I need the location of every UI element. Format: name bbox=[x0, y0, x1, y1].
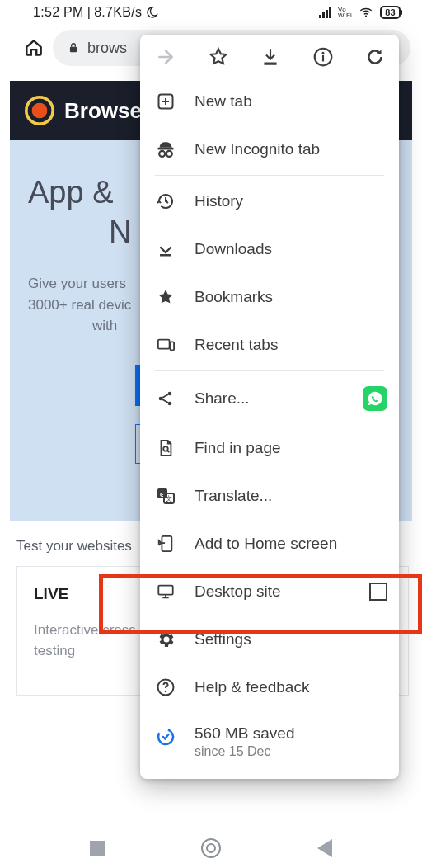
menu-incognito[interactable]: New Incognito tab bbox=[140, 125, 399, 173]
svg-point-16 bbox=[163, 446, 168, 451]
system-nav-bar bbox=[0, 838, 422, 858]
svg-rect-2 bbox=[264, 63, 276, 65]
status-right: VoWiFi 83 bbox=[319, 5, 401, 20]
bookmark-star-icon[interactable] bbox=[208, 46, 229, 68]
menu-share[interactable]: Share... bbox=[140, 373, 399, 424]
menu-label: Desktop site bbox=[195, 583, 351, 601]
help-icon bbox=[155, 677, 176, 698]
menu-label: Add to Home screen bbox=[195, 535, 337, 553]
vowifi-icon: VoWiFi bbox=[338, 7, 352, 18]
whatsapp-icon[interactable] bbox=[363, 386, 387, 411]
menu-data-saved[interactable]: 560 MB saved since 15 Dec bbox=[140, 711, 399, 772]
svg-rect-22 bbox=[158, 586, 172, 595]
svg-point-4 bbox=[321, 52, 324, 54]
svg-point-24 bbox=[165, 691, 166, 692]
menu-find-in-page[interactable]: Find in page bbox=[140, 424, 399, 472]
menu-history[interactable]: History bbox=[140, 177, 399, 225]
new-tab-icon bbox=[155, 91, 176, 112]
incognito-icon bbox=[155, 139, 176, 160]
menu-settings[interactable]: Settings bbox=[140, 616, 399, 663]
menu-top-row bbox=[140, 35, 399, 78]
menu-separator bbox=[155, 370, 384, 371]
svg-rect-5 bbox=[321, 55, 323, 62]
battery-icon: 83 bbox=[380, 6, 401, 19]
find-icon bbox=[155, 437, 176, 459]
bookmarks-icon bbox=[155, 286, 176, 308]
info-icon[interactable] bbox=[312, 46, 334, 68]
data-saver-icon bbox=[155, 726, 176, 748]
svg-point-0 bbox=[365, 15, 367, 17]
nav-recents-icon[interactable] bbox=[90, 841, 105, 856]
svg-rect-11 bbox=[158, 340, 170, 349]
svg-rect-1 bbox=[70, 47, 77, 52]
download-icon[interactable] bbox=[260, 46, 281, 68]
nav-home-icon[interactable] bbox=[201, 838, 221, 858]
svg-point-15 bbox=[168, 402, 172, 406]
menu-recent-tabs[interactable]: Recent tabs bbox=[140, 321, 399, 369]
forward-icon[interactable] bbox=[155, 46, 176, 68]
svg-rect-10 bbox=[160, 254, 171, 257]
menu-label: Recent tabs bbox=[195, 336, 278, 354]
share-icon bbox=[155, 388, 176, 409]
lock-icon bbox=[68, 41, 79, 54]
menu-label: History bbox=[195, 192, 243, 210]
status-left: 1:52 PM | 8.7KB/s bbox=[33, 5, 158, 20]
refresh-icon[interactable] bbox=[364, 46, 386, 68]
menu-desktop-site[interactable]: Desktop site bbox=[140, 568, 399, 616]
svg-rect-12 bbox=[171, 342, 175, 350]
downloads-icon bbox=[155, 238, 176, 260]
menu-label: Find in page bbox=[195, 439, 281, 457]
svg-point-14 bbox=[168, 392, 172, 396]
browser-overflow-menu: New tab New Incognito tab History Downlo… bbox=[140, 35, 399, 779]
menu-downloads[interactable]: Downloads bbox=[140, 225, 399, 273]
status-bar: 1:52 PM | 8.7KB/s VoWiFi 83 bbox=[0, 0, 422, 23]
site-brand: Browse bbox=[64, 98, 142, 124]
status-time: 1:52 PM bbox=[33, 5, 84, 20]
menu-add-to-home[interactable]: Add to Home screen bbox=[140, 520, 399, 568]
dnd-moon-icon bbox=[145, 6, 158, 19]
translate-icon: G文 bbox=[155, 485, 176, 507]
wifi-icon bbox=[359, 5, 373, 20]
menu-label: New Incognito tab bbox=[195, 140, 320, 158]
svg-point-13 bbox=[159, 397, 163, 401]
address-text: brows bbox=[87, 40, 127, 57]
menu-help[interactable]: Help & feedback bbox=[140, 663, 399, 711]
desktop-icon bbox=[155, 581, 176, 602]
recent-tabs-icon bbox=[155, 334, 176, 356]
menu-label: Settings bbox=[195, 630, 251, 649]
desktop-site-checkbox[interactable] bbox=[369, 583, 387, 601]
menu-translate[interactable]: G文 Translate... bbox=[140, 472, 399, 520]
browserstack-logo-icon bbox=[25, 96, 54, 125]
home-icon[interactable] bbox=[23, 37, 45, 59]
menu-new-tab[interactable]: New tab bbox=[140, 78, 399, 125]
menu-bookmarks[interactable]: Bookmarks bbox=[140, 273, 399, 321]
menu-label: Bookmarks bbox=[195, 288, 273, 306]
signal-icon bbox=[319, 7, 331, 18]
nav-back-icon[interactable] bbox=[317, 839, 332, 857]
menu-label: New tab bbox=[195, 92, 252, 111]
history-icon bbox=[155, 191, 176, 212]
status-net-rate: 8.7KB/s bbox=[94, 5, 142, 20]
menu-separator bbox=[155, 175, 384, 176]
gear-icon bbox=[155, 629, 176, 650]
svg-text:文: 文 bbox=[166, 495, 172, 502]
menu-label: Share... bbox=[195, 389, 345, 408]
menu-label: 560 MB saved since 15 Dec bbox=[195, 724, 294, 759]
add-to-home-icon bbox=[155, 533, 176, 554]
svg-point-8 bbox=[159, 151, 165, 157]
svg-point-9 bbox=[166, 151, 172, 157]
menu-label: Translate... bbox=[195, 487, 272, 505]
menu-label: Downloads bbox=[195, 240, 272, 258]
svg-rect-7 bbox=[157, 148, 174, 150]
menu-label: Help & feedback bbox=[195, 678, 309, 696]
